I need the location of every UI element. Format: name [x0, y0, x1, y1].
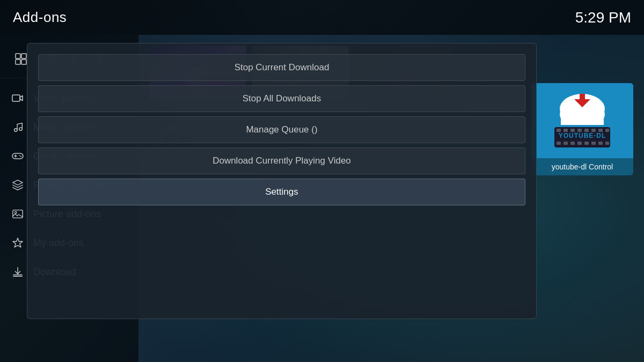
- svg-rect-1: [21, 54, 26, 58]
- svg-rect-32: [591, 142, 596, 145]
- svg-rect-2: [16, 60, 20, 64]
- addon-card-image: YOUTUBE-DL: [531, 83, 633, 158]
- music-icon: [11, 120, 25, 134]
- video-icon: [11, 91, 25, 105]
- svg-rect-34: [605, 142, 609, 145]
- program-icon: [11, 178, 25, 192]
- stop-all-downloads-button[interactable]: Stop All Downloads: [38, 85, 525, 112]
- addon-card-label: youtube-dl Control: [531, 158, 633, 175]
- gamepad-icon: [11, 149, 25, 163]
- svg-point-6: [14, 129, 17, 132]
- star-icon: [11, 236, 25, 250]
- svg-rect-0: [16, 54, 20, 58]
- svg-rect-5: [12, 95, 20, 101]
- download-currently-playing-button[interactable]: Download Currently Playing Video: [38, 147, 525, 174]
- settings-button[interactable]: Settings: [38, 179, 525, 205]
- stop-current-download-button[interactable]: Stop Current Download: [38, 54, 525, 81]
- youtube-dl-card[interactable]: YOUTUBE-DL youtube-dl Control: [531, 83, 633, 175]
- svg-text:YOUTUBE-DL: YOUTUBE-DL: [559, 132, 606, 139]
- svg-rect-11: [13, 210, 23, 218]
- svg-rect-3: [21, 60, 26, 64]
- svg-rect-33: [598, 142, 603, 145]
- svg-rect-31: [584, 142, 589, 145]
- clock: 5:29 PM: [575, 9, 631, 26]
- svg-rect-16: [561, 114, 604, 125]
- svg-point-9: [19, 155, 20, 156]
- page-title: Add-ons: [13, 9, 67, 26]
- svg-rect-30: [577, 142, 582, 145]
- manage-queue-button[interactable]: Manage Queue (): [38, 116, 525, 143]
- svg-point-10: [20, 156, 21, 157]
- svg-rect-28: [564, 142, 568, 145]
- svg-point-7: [19, 128, 23, 131]
- svg-rect-8: [12, 153, 23, 159]
- top-bar: Add-ons 5:29 PM: [0, 0, 644, 35]
- svg-rect-29: [570, 142, 575, 145]
- svg-point-12: [15, 211, 17, 213]
- download-icon: [11, 265, 25, 279]
- svg-rect-27: [557, 142, 561, 145]
- picture-icon: [11, 207, 25, 221]
- context-menu-dialog: Stop Current Download Stop All Downloads…: [27, 43, 537, 319]
